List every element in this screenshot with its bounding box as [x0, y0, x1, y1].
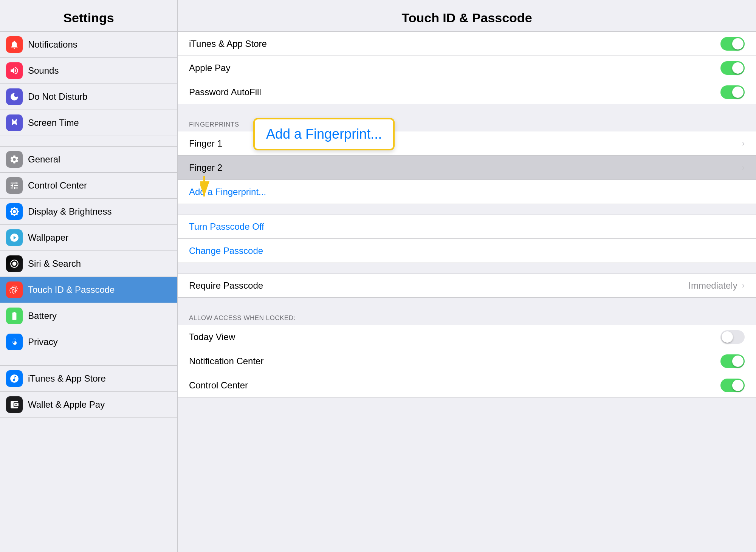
sidebar-item-touch-id-passcode[interactable]: Touch ID & Passcode [0, 277, 177, 303]
row-password-autofill[interactable]: Password AutoFill [178, 80, 756, 104]
sidebar-title: Settings [0, 0, 177, 32]
notification-center-label: Notification Center [189, 356, 720, 366]
sidebar-item-notifications[interactable]: Notifications [0, 32, 177, 58]
touch-id-icon [6, 281, 23, 298]
main-panel: Touch ID & Passcode iTunes & App Store A… [178, 0, 756, 552]
row-today-view[interactable]: Today View [178, 325, 756, 349]
general-icon [6, 151, 23, 168]
sidebar-divider-2 [0, 355, 177, 366]
siri-icon [6, 255, 23, 272]
allow-access-header: ALLOW ACCESS WHEN LOCKED: [178, 308, 756, 325]
today-view-toggle-knob [722, 331, 733, 343]
sidebar-divider-1 [0, 136, 177, 147]
add-fingerprint-label: Add a Fingerprint... [189, 187, 745, 197]
sidebar-item-siri-search[interactable]: Siri & Search [0, 251, 177, 277]
notification-center-toggle-knob [732, 356, 744, 367]
row-finger-2[interactable]: Finger 2 › Add a Fingerprint... [178, 156, 756, 180]
row-apple-pay[interactable]: Apple Pay [178, 56, 756, 80]
sidebar-item-screen-time[interactable]: Screen Time [0, 110, 177, 136]
row-require-passcode[interactable]: Require Passcode Immediately › [178, 274, 756, 298]
top-settings-group: iTunes & App Store Apple Pay Password Au… [178, 32, 756, 104]
finger-2-chevron: › [742, 163, 745, 173]
today-view-label: Today View [189, 332, 720, 342]
allow-access-section: ALLOW ACCESS WHEN LOCKED: Today View Not… [178, 308, 756, 397]
sounds-icon [6, 62, 23, 79]
password-autofill-toggle[interactable] [720, 85, 745, 99]
tooltip-arrow-icon [200, 176, 223, 202]
row-change-passcode[interactable]: Change Passcode [178, 239, 756, 263]
apple-pay-row-label: Apple Pay [189, 63, 720, 73]
itunes-app-store-row-label: iTunes & App Store [189, 39, 720, 49]
require-passcode-label: Require Passcode [189, 280, 688, 291]
sidebar-item-do-not-disturb[interactable]: Do Not Disturb [0, 84, 177, 110]
screen-time-label: Screen Time [28, 118, 79, 128]
general-label: General [28, 154, 60, 165]
notification-center-toggle[interactable] [720, 354, 745, 368]
itunes-toggle[interactable] [720, 37, 745, 51]
apple-pay-toggle[interactable] [720, 61, 745, 75]
sidebar: Settings Notifications Sounds Do Not Dis… [0, 0, 178, 552]
sidebar-item-display-brightness[interactable]: Display & Brightness [0, 199, 177, 225]
finger-1-chevron: › [742, 139, 745, 148]
svg-point-0 [12, 262, 17, 266]
sidebar-item-battery[interactable]: Battery [0, 303, 177, 329]
control-center-row-label: Control Center [189, 380, 720, 391]
require-passcode-section: Require Passcode Immediately › [178, 274, 756, 298]
battery-icon [6, 308, 23, 324]
change-passcode-label: Change Passcode [189, 246, 745, 256]
require-passcode-chevron: › [742, 281, 745, 291]
wallet-icon [6, 396, 23, 413]
wallet-label: Wallet & Apple Pay [28, 399, 105, 410]
notifications-label: Notifications [28, 39, 77, 50]
password-autofill-toggle-knob [732, 87, 744, 98]
tooltip-text: Add a Fingerprint... [266, 126, 382, 142]
row-add-fingerprint[interactable]: Add a Fingerprint... [178, 180, 756, 204]
finger-2-label: Finger 2 [189, 162, 741, 173]
sounds-label: Sounds [28, 65, 59, 76]
sidebar-item-privacy[interactable]: Privacy [0, 329, 177, 355]
control-center-toggle-knob [732, 380, 744, 391]
require-passcode-value: Immediately [688, 280, 737, 291]
wallpaper-label: Wallpaper [28, 232, 68, 243]
turn-passcode-off-label: Turn Passcode Off [189, 221, 745, 232]
sidebar-item-sounds[interactable]: Sounds [0, 58, 177, 84]
control-center-toggle[interactable] [720, 379, 745, 392]
notifications-icon [6, 36, 23, 53]
row-turn-passcode-off[interactable]: Turn Passcode Off [178, 215, 756, 239]
itunes-toggle-knob [732, 38, 744, 49]
apple-pay-toggle-knob [732, 62, 744, 74]
sidebar-list: Notifications Sounds Do Not Disturb Scre… [0, 32, 177, 552]
password-autofill-row-label: Password AutoFill [189, 87, 720, 97]
battery-label: Battery [28, 311, 57, 321]
sidebar-item-wallpaper[interactable]: Wallpaper [0, 225, 177, 251]
display-brightness-icon [6, 203, 23, 220]
itunes-icon [6, 370, 23, 387]
touch-id-label: Touch ID & Passcode [28, 285, 115, 295]
siri-search-label: Siri & Search [28, 258, 81, 269]
row-notification-center[interactable]: Notification Center [178, 349, 756, 373]
screen-time-icon [6, 114, 23, 131]
row-control-center[interactable]: Control Center [178, 373, 756, 397]
itunes-label: iTunes & App Store [28, 373, 106, 384]
fingerprints-section: FINGERPRINTS Finger 1 › Finger 2 › Add a… [178, 115, 756, 204]
sidebar-item-wallet-apple-pay[interactable]: Wallet & Apple Pay [0, 392, 177, 418]
sidebar-item-general[interactable]: General [0, 147, 177, 173]
privacy-label: Privacy [28, 337, 58, 347]
do-not-disturb-icon [6, 88, 23, 105]
panel-content: iTunes & App Store Apple Pay Password Au… [178, 32, 756, 552]
today-view-toggle[interactable] [720, 330, 745, 344]
privacy-icon [6, 334, 23, 350]
sidebar-item-control-center[interactable]: Control Center [0, 173, 177, 199]
do-not-disturb-label: Do Not Disturb [28, 91, 87, 102]
control-center-icon [6, 177, 23, 194]
passcode-section: Turn Passcode Off Change Passcode [178, 215, 756, 263]
control-center-label: Control Center [28, 180, 87, 191]
display-brightness-label: Display & Brightness [28, 206, 112, 217]
sidebar-item-itunes-app-store[interactable]: iTunes & App Store [0, 366, 177, 392]
row-itunes-app-store[interactable]: iTunes & App Store [178, 32, 756, 56]
add-fingerprint-tooltip: Add a Fingerprint... [253, 118, 395, 150]
wallpaper-icon [6, 229, 23, 246]
panel-title: Touch ID & Passcode [178, 0, 756, 32]
